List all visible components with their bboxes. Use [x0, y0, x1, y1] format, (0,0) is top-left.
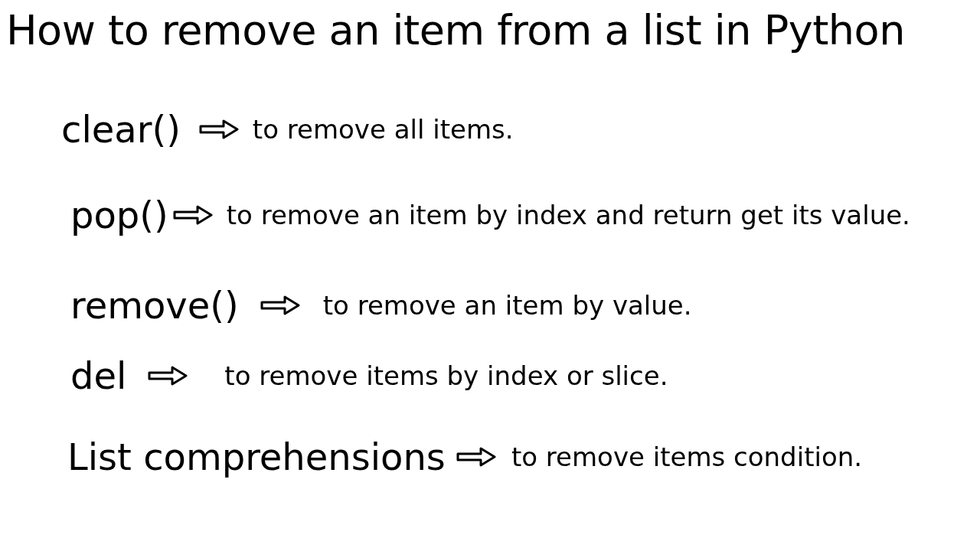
- arrow-right-icon: [456, 445, 496, 468]
- arrow-right-icon: [173, 204, 213, 227]
- method-description: to remove items condition.: [511, 442, 862, 472]
- arrow-right-icon: [199, 118, 239, 141]
- list-item: remove() to remove an item by value.: [61, 284, 980, 327]
- method-description: to remove items by index or slice.: [224, 360, 668, 391]
- list-item: clear() to remove all items.: [61, 108, 980, 151]
- method-name: pop(): [70, 194, 168, 236]
- page-title: How to remove an item from a list in Pyt…: [0, 0, 980, 54]
- method-description: to remove an item by value.: [323, 290, 692, 321]
- method-list: clear() to remove all items. pop() to re…: [0, 54, 980, 478]
- arrow-right-icon: [260, 294, 300, 317]
- method-name: List comprehensions: [67, 435, 446, 478]
- list-item: del to remove items by index or slice.: [61, 354, 980, 397]
- method-description: to remove all items.: [253, 114, 514, 145]
- arrow-right-icon: [148, 364, 188, 387]
- method-name: clear(): [61, 108, 181, 151]
- method-name: remove(): [70, 284, 239, 327]
- method-description: to remove an item by index and return ge…: [227, 200, 910, 230]
- list-item: pop() to remove an item by index and ret…: [61, 194, 980, 236]
- list-item: List comprehensions to remove items cond…: [61, 435, 980, 478]
- method-name: del: [70, 354, 126, 397]
